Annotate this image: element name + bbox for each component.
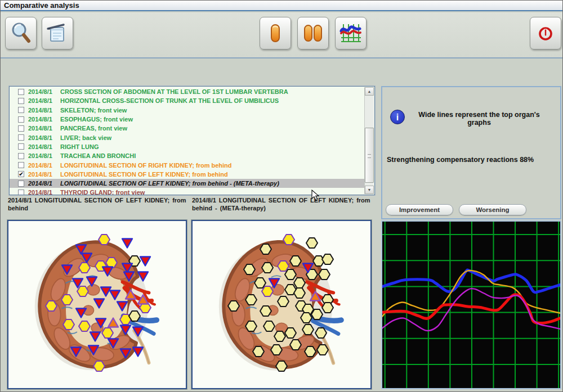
hexagon-marker (259, 243, 272, 256)
list-item[interactable]: 2014/8/1SKELETON; front view (10, 106, 364, 115)
hexagon-marker (321, 253, 334, 266)
hexagon-marker (243, 263, 256, 276)
list-item[interactable]: 2014/8/1RIGHT LUNG (10, 142, 364, 151)
hexagon-marker (316, 343, 329, 356)
improvement-button[interactable]: Improvement (386, 204, 453, 215)
page-title: Comparative analysis (4, 1, 79, 10)
item-checkbox[interactable] (18, 162, 24, 168)
list-item[interactable]: 2014/8/1THYROID GLAND; front view (10, 188, 364, 195)
list-item[interactable]: ✔2014/8/1LONGITUDINAL SECTION OF LEFT KI… (10, 170, 364, 179)
list-item[interactable]: 2014/8/1ESOPHAGUS; front view (10, 115, 364, 124)
worsening-button[interactable]: Worsening (459, 204, 526, 215)
item-checkbox[interactable] (18, 116, 24, 123)
item-checkbox[interactable]: ✔ (18, 171, 24, 177)
triangle-down-marker (71, 276, 84, 289)
item-checkbox[interactable] (18, 181, 24, 187)
hexagon-marker (254, 276, 267, 289)
list-item[interactable]: 2014/8/1HORIZONTAL CROSS-SECTION OF TRUN… (10, 96, 364, 105)
status-text: Strengthening compensatory reactions 88% (387, 156, 556, 164)
left-kidney-image-panel (7, 220, 187, 389)
left-marker-layer (8, 221, 186, 388)
item-checkbox[interactable] (18, 153, 24, 159)
item-date: 2014/8/1 (28, 88, 60, 95)
triangle-down-marker (131, 325, 144, 338)
scroll-up-button[interactable]: ▲ (365, 87, 374, 96)
hexagon-marker (62, 318, 75, 331)
triangle-down-marker (94, 317, 107, 330)
item-checkbox[interactable] (18, 107, 24, 113)
item-label: ESOPHAGUS; front view (60, 116, 133, 123)
triangle-down-marker (137, 270, 150, 283)
hexagon-marker (44, 300, 57, 313)
toolbar (1, 12, 562, 58)
item-date: 2014/8/1 (28, 116, 60, 123)
item-date: 2014/8/1 (28, 107, 60, 114)
list-item[interactable]: 2014/8/1LONGITUDINAL SECTION OF LEFT KID… (10, 179, 364, 188)
item-label: LONGITUDINAL SECTION OF RIGHT KIDNEY; fr… (60, 162, 232, 169)
item-date: 2014/8/1 (28, 162, 60, 169)
single-view-button[interactable] (260, 17, 291, 49)
list-scrollbar[interactable]: ▲ ▼ (364, 87, 374, 194)
list-item[interactable]: 2014/8/1TRACHEA AND BRONCHI (10, 151, 364, 160)
item-label: SKELETON; front view (60, 107, 127, 114)
item-label: LONGITUDINAL SECTION OF LEFT KIDNEY; fro… (60, 171, 228, 178)
hexagon-marker (293, 276, 306, 289)
item-date: 2014/8/1 (28, 125, 60, 132)
item-checkbox[interactable] (18, 190, 24, 195)
comparative-analysis-window: Comparative analysis (0, 0, 563, 392)
list-item[interactable]: 2014/8/1CROSS SECTION OF ABDOMEN AT THE … (10, 87, 364, 96)
triangle-up-marker (309, 290, 322, 303)
list-item[interactable]: 2014/8/1PANCREAS, front view (10, 124, 364, 133)
item-label: CROSS SECTION OF ABDOMEN AT THE LEVEL OF… (60, 88, 288, 95)
item-label: HORIZONTAL CROSS-SECTION OF TRUNK AT THE… (60, 97, 279, 104)
triangle-down-marker (121, 236, 134, 249)
power-exit-icon (534, 21, 557, 46)
item-date: 2014/8/1 (28, 143, 60, 150)
exit-button[interactable] (530, 17, 561, 49)
triangle-down-marker (109, 288, 122, 301)
triangle-down-marker (119, 323, 132, 336)
scrollbar-thumb[interactable] (365, 128, 374, 183)
window-title-bar: Comparative analysis (1, 1, 562, 11)
item-date: 2014/8/1 (28, 134, 60, 141)
hexagon-marker (277, 295, 290, 308)
item-label: RIGHT LUNG (60, 143, 99, 150)
triangle-down-marker (89, 330, 102, 343)
item-date: 2014/8/1 (28, 189, 60, 195)
hexagon-marker (284, 326, 297, 339)
item-checkbox[interactable] (18, 125, 24, 132)
info-icon: i (390, 110, 405, 124)
magnifier-icon (10, 21, 32, 46)
list-item[interactable]: 2014/8/1LIVER; back view (10, 133, 364, 142)
hexagon-marker (60, 293, 73, 306)
triangle-down-marker (268, 276, 281, 289)
graph-view-button[interactable] (335, 17, 367, 49)
item-date: 2014/8/1 (28, 152, 60, 159)
item-label: PANCREAS, front view (60, 125, 127, 132)
item-checkbox[interactable] (18, 143, 24, 150)
triangle-down-marker (106, 336, 119, 349)
triangle-up-marker (124, 288, 137, 301)
hexagon-marker (282, 233, 295, 246)
dual-capsule-icon (302, 21, 324, 46)
item-checkbox[interactable] (18, 98, 24, 104)
single-capsule-icon (264, 21, 287, 46)
report-button[interactable] (42, 17, 73, 49)
dual-view-button[interactable] (297, 17, 329, 49)
hexagon-marker (227, 300, 240, 313)
scroll-down-button[interactable]: ▼ (365, 186, 374, 194)
info-panel: i Wide lines represent the top organ's g… (381, 86, 561, 219)
hexagon-marker (302, 323, 315, 336)
hexagon-marker (321, 301, 334, 314)
hexagon-marker (270, 343, 283, 356)
search-button[interactable] (5, 17, 37, 49)
hexagon-marker (245, 293, 258, 306)
item-checkbox[interactable] (18, 134, 24, 141)
graph-lines-icon (339, 21, 363, 46)
exam-list-rows: 2014/8/1CROSS SECTION OF ABDOMEN AT THE … (10, 87, 364, 195)
list-item[interactable]: 2014/8/1LONGITUDINAL SECTION OF RIGHT KI… (10, 160, 364, 169)
triangle-down-marker (138, 255, 151, 268)
hexagon-marker (314, 326, 327, 339)
item-checkbox[interactable] (18, 89, 24, 95)
triangle-down-marker (86, 274, 99, 287)
